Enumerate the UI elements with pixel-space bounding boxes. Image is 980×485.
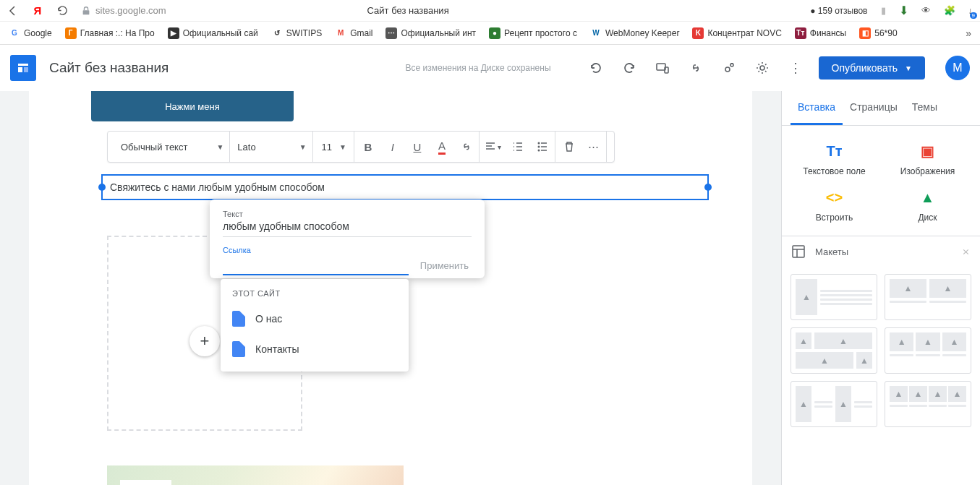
map-embed[interactable]: Москва Сергиев [107, 465, 404, 485]
text-style-select[interactable]: Обычный текст▼ [115, 132, 230, 162]
bookmark-item[interactable]: ⋯Официальный инт [383, 26, 479, 40]
more-icon[interactable]: ⋮ [785, 58, 806, 78]
close-section-icon[interactable]: ⨯ [962, 246, 970, 257]
text-content: Свяжитесь с нами любым удобным способом [110, 181, 325, 193]
sites-logo-icon[interactable] [10, 55, 36, 81]
reviews-counter[interactable]: ● 159 отзывов [810, 6, 867, 16]
header-actions: ⋮ Опубликовать▼ M [586, 56, 970, 80]
app-header: Сайт без названия Все изменения на Диске… [0, 45, 980, 91]
numbered-list-icon[interactable] [506, 132, 530, 162]
link-url-input[interactable] [223, 258, 409, 275]
more-format-icon[interactable]: ⋯ [581, 132, 606, 162]
share-icon[interactable] [719, 58, 739, 78]
browser-toolbar: Я sites.google.com Сайт без названия ● 1… [0, 0, 980, 22]
avatar[interactable]: M [945, 56, 970, 80]
tab-pages[interactable]: Страницы [843, 91, 905, 125]
insert-Текстовое поле[interactable]: TтТекстовое поле [788, 136, 881, 182]
svg-point-11 [537, 146, 540, 148]
svg-point-10 [537, 142, 540, 145]
yandex-icon[interactable]: Я [32, 5, 43, 17]
font-select[interactable]: Lato▼ [231, 132, 312, 162]
page-icon [232, 341, 245, 357]
bullet-list-icon[interactable] [530, 132, 555, 162]
extensions-icon[interactable]: 🧩 [944, 5, 955, 16]
back-icon[interactable] [7, 5, 19, 17]
map-city-label: Москва [120, 480, 171, 485]
layout-option[interactable]: ▲▲ [885, 274, 971, 320]
redo-icon[interactable] [619, 58, 639, 78]
layout-option[interactable]: ▲ [791, 274, 877, 320]
publish-button[interactable]: Опубликовать▼ [819, 56, 925, 80]
address-bar[interactable]: sites.google.com [81, 5, 166, 16]
text-color-icon[interactable]: A [430, 132, 454, 162]
svg-rect-6 [665, 67, 668, 73]
bookmarks-overflow[interactable]: » [963, 26, 974, 40]
reload-icon[interactable] [56, 5, 68, 17]
tab-themes[interactable]: Темы [905, 91, 945, 125]
apply-link-button[interactable]: Применить [417, 256, 472, 275]
side-panel: Вставка Страницы Темы TтТекстовое поле▣И… [781, 91, 980, 485]
lock-icon [81, 6, 91, 16]
resize-handle-left[interactable] [98, 184, 106, 191]
format-toolbar: Обычный текст▼ Lato▼ 11▼ B I U A ▾ [107, 131, 615, 163]
link-text-value[interactable]: любым удобным способом [223, 220, 472, 237]
svg-point-12 [537, 150, 540, 152]
insert-link-icon[interactable] [454, 132, 479, 162]
site-title[interactable]: Сайт без названия [49, 60, 169, 76]
bookmark-item[interactable]: ◧56*90 [856, 26, 900, 40]
delete-icon[interactable] [557, 132, 581, 162]
align-icon[interactable]: ▾ [481, 132, 506, 162]
layout-option[interactable]: ▲▲▲▲ [885, 381, 971, 427]
page-button[interactable]: Нажми меня [91, 91, 294, 121]
italic-icon[interactable]: I [380, 132, 405, 162]
settings-icon[interactable] [752, 58, 772, 78]
link-suggestions-popup: ЭТОТ САЙТ О нас Контакты [221, 279, 409, 372]
bookmark-item[interactable]: WWebMoney Keeper [587, 26, 683, 40]
insert-Встроить[interactable]: <>Встроить [788, 182, 881, 228]
bookmark-item[interactable]: ↺SWITIPS [268, 26, 325, 40]
bookmark-item[interactable]: KКонцентрат NOVC [689, 26, 784, 40]
download-badge-icon[interactable]: ↓9 [968, 5, 973, 16]
layout-option[interactable]: ▲▲▲▲ [791, 327, 877, 374]
svg-point-7 [725, 67, 730, 72]
sidepanel-tabs: Вставка Страницы Темы [782, 91, 980, 126]
tab-insert[interactable]: Вставка [791, 91, 843, 125]
view-icon[interactable]: 👁 [921, 5, 931, 16]
undo-icon[interactable] [586, 58, 606, 78]
suggestions-header: ЭТОТ САЙТ [221, 286, 409, 304]
layouts-grid: ▲ ▲▲ ▲▲▲▲ ▲▲▲ ▲▲ ▲▲▲▲ [782, 267, 980, 434]
link-label: Ссылка [223, 246, 472, 254]
url-host: sites.google.com [95, 5, 166, 16]
bold-icon[interactable]: B [356, 132, 380, 162]
page-icon [232, 311, 245, 327]
suggestion-contacts[interactable]: Контакты [221, 334, 409, 364]
svg-rect-2 [18, 64, 28, 66]
bookmark-item[interactable]: ●Рецепт простого с [486, 26, 580, 40]
link-icon[interactable] [686, 58, 706, 78]
layout-icon [792, 245, 805, 258]
insert-Диск[interactable]: ▲Диск [881, 182, 974, 228]
underline-icon[interactable]: U [405, 132, 430, 162]
bookmark-item[interactable]: ▶Официальный сай [165, 26, 261, 40]
bookmark-item[interactable]: ГГлавная :.: На Про [62, 26, 158, 40]
bookmark-icon[interactable]: ▮ [881, 5, 886, 16]
layout-option[interactable]: ▲▲▲ [885, 327, 971, 374]
resize-handle-right[interactable] [704, 184, 712, 191]
downloads-icon[interactable]: ⬇ [899, 4, 908, 17]
tab-title: Сайт без названия [367, 5, 449, 16]
svg-rect-4 [24, 67, 28, 72]
canvas-area: Нажми меня Обычный текст▼ Lato▼ 11▼ B I … [0, 91, 781, 485]
bookmark-item[interactable]: TтФинансы [792, 26, 849, 40]
preview-icon[interactable] [652, 58, 673, 78]
bookmark-item[interactable]: GGoogle [6, 26, 55, 40]
save-status: Все изменения на Диске сохранены [406, 63, 551, 73]
layouts-section-header: Макеты ⨯ [782, 236, 980, 267]
bookmark-item[interactable]: MGmail [332, 26, 375, 40]
layout-option[interactable]: ▲▲ [791, 381, 877, 427]
insert-Изображения[interactable]: ▣Изображения [881, 136, 974, 182]
suggestion-about[interactable]: О нас [221, 304, 409, 334]
link-editor-popup: Текст любым удобным способом Ссылка Прим… [210, 199, 485, 278]
selected-text-block[interactable]: Свяжитесь с нами любым удобным способом [101, 174, 709, 200]
font-size-select[interactable]: 11▼ [315, 132, 354, 162]
add-element-button[interactable]: + [189, 326, 220, 356]
